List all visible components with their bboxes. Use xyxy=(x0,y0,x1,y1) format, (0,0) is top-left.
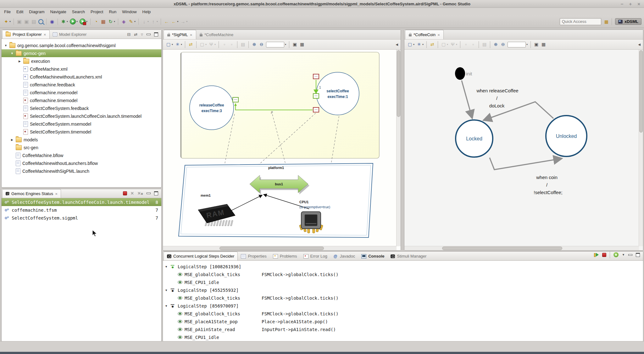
menu-item[interactable]: Run xyxy=(106,8,119,15)
diagram-toolbar-icon[interactable]: ▫ xyxy=(470,41,476,48)
diagram-toolbar-icon[interactable]: ▢ xyxy=(199,41,207,48)
diagram-toolbar-icon[interactable]: ▢ xyxy=(440,41,449,48)
diagram-toolbar-icon[interactable] xyxy=(490,41,490,48)
tree-item[interactable]: CoffeeMachine.bflow xyxy=(2,151,161,159)
step-row[interactable]: LogicalStep [455255932] xyxy=(163,286,643,294)
step-row[interactable]: MSE_pA1inState_read InputPort->pA1inStat… xyxy=(163,325,643,333)
resume-step-icon[interactable] xyxy=(594,253,599,257)
coffeecoin-canvas[interactable]: init when releaseCoffee / doLock Loc xyxy=(404,50,643,250)
collapse-palette-icon[interactable]: ◀ xyxy=(396,43,399,46)
diagram-toolbar-icon[interactable] xyxy=(426,41,427,48)
tree-item[interactable]: SelectCoffeeSystem.timemodel xyxy=(2,128,161,136)
view-menu-icon[interactable]: ▽ xyxy=(141,33,143,36)
horizontal-scrollbar[interactable] xyxy=(404,246,639,250)
tree-item[interactable]: models xyxy=(2,136,161,144)
view-tab[interactable]: Javadoc xyxy=(330,252,358,260)
link-with-editor-icon[interactable]: ⇄ xyxy=(134,33,137,36)
maximize-view-icon[interactable] xyxy=(636,253,640,257)
diagram-toolbar-icon[interactable]: ▣ xyxy=(533,41,540,48)
tree-item[interactable]: SelectCoffeeSystem.feedback xyxy=(2,104,161,112)
scrollbar-thumb[interactable] xyxy=(442,247,562,250)
dispose-all-engines-icon[interactable]: ✕⚙ xyxy=(137,191,143,196)
tree-item[interactable]: SelectCoffeeSystem.launchCoffeeCoin.laun… xyxy=(2,112,161,120)
diagram-toolbar-icon[interactable]: ⇄ xyxy=(429,41,436,48)
expand-arrow-icon[interactable] xyxy=(18,60,21,63)
toolbar-icon[interactable]: → xyxy=(180,18,188,25)
expand-arrow-icon[interactable] xyxy=(4,44,8,47)
tab-gemoc-engines-status[interactable]: Gemoc Engines Status xyxy=(2,189,61,198)
step-row[interactable]: LogicalStep [856970097] xyxy=(163,302,643,310)
toolbar-icon[interactable] xyxy=(46,19,47,25)
menu-item[interactable]: Project xyxy=(88,8,106,15)
diagram-toolbar-icon[interactable] xyxy=(185,41,185,48)
expand-arrow-icon[interactable] xyxy=(10,52,14,55)
tree-item[interactable]: coffemachine.timemodel xyxy=(2,96,161,104)
minimize-view-icon[interactable] xyxy=(147,193,151,194)
diagram-toolbar-icon[interactable]: ⊖ xyxy=(500,41,506,48)
diagram-toolbar-icon[interactable]: ⊕ xyxy=(492,41,499,48)
collapse-all-icon[interactable]: ⊟ xyxy=(127,33,130,36)
platform[interactable]: platform1 bus1 mem1 xyxy=(179,163,373,237)
engine-row[interactable]: coffemachine.tfsm 7 xyxy=(2,206,161,214)
tree-item[interactable]: coffemachine.msemodel xyxy=(2,89,161,96)
stop-engine-icon[interactable] xyxy=(123,191,127,195)
diagram-toolbar-icon[interactable]: ⊖ xyxy=(258,41,265,48)
step-row[interactable]: LogicalStep [1008261936] xyxy=(163,263,643,270)
toolbar-icon[interactable]: ▣ xyxy=(23,18,30,25)
diagram-toolbar-icon[interactable] xyxy=(507,41,528,48)
close-tab-icon[interactable] xyxy=(43,32,46,37)
scrollbar-thumb[interactable] xyxy=(219,247,324,250)
tree-item[interactable]: CoffeeMachine.xml xyxy=(2,65,161,73)
expander-icon[interactable] xyxy=(165,289,169,292)
toolbar-icon[interactable]: ↓ xyxy=(141,18,149,25)
decider-menu-caret-icon[interactable]: ▼ xyxy=(622,253,625,256)
expander-icon[interactable] xyxy=(165,304,169,308)
toolbar-icon[interactable] xyxy=(14,19,14,25)
close-tab-icon[interactable] xyxy=(437,32,440,37)
collapse-palette-icon[interactable]: ◀ xyxy=(638,43,641,46)
diagram-toolbar-icon[interactable]: ▫ xyxy=(463,41,469,48)
toolbar-icon[interactable] xyxy=(138,19,139,25)
diagram-toolbar-icon[interactable]: ▣ xyxy=(291,41,298,48)
dispose-engine-icon[interactable]: ✕ xyxy=(130,191,134,196)
menu-item[interactable]: Navigate xyxy=(47,8,69,15)
toolbar-icon[interactable]: ✦ xyxy=(3,18,11,25)
decider-shield-icon[interactable]: ☻ xyxy=(613,252,619,257)
diagram-toolbar-icon[interactable] xyxy=(460,41,460,48)
toolbar-icon[interactable]: ◔ xyxy=(93,18,99,25)
editor-tab[interactable]: *SigPML xyxy=(164,30,196,39)
diagram-toolbar-icon[interactable]: ⇄ xyxy=(187,41,194,48)
diagram-toolbar-icon[interactable]: ✳ xyxy=(174,41,183,48)
engine-row[interactable]: SelectCoffeeSystem.sigpml 7 xyxy=(2,214,161,222)
menu-item[interactable]: Help xyxy=(140,8,154,15)
menu-item[interactable]: Diagram xyxy=(26,8,47,15)
toolbar-icon[interactable]: ◉ xyxy=(49,18,55,25)
tab-model-explorer[interactable]: Model Explorer xyxy=(50,30,90,39)
minimize-window-icon[interactable]: − xyxy=(621,1,624,7)
toolbar-icon[interactable]: ↑ xyxy=(150,18,158,25)
step-row[interactable]: MSE_globalClock_ticks FSMClock->globalCl… xyxy=(163,270,643,278)
horizontal-scrollbar[interactable] xyxy=(163,246,397,250)
diagram-toolbar-icon[interactable] xyxy=(438,41,438,48)
scrollbar-thumb[interactable] xyxy=(639,50,643,133)
menu-item[interactable]: Window xyxy=(119,8,139,15)
step-row[interactable]: MSE_CPU1_idle xyxy=(163,333,643,341)
diagram-toolbar-icon[interactable] xyxy=(289,41,289,48)
diagram-toolbar-icon[interactable]: ▢ xyxy=(407,41,415,48)
view-tab[interactable]: Error Log xyxy=(300,252,330,260)
step-row[interactable]: MSE_CPU1_idle xyxy=(163,278,643,286)
tree-item[interactable]: src-gen xyxy=(2,144,161,151)
diagram-toolbar-icon[interactable] xyxy=(265,41,287,48)
editor-tab[interactable]: *CoffeeMachine xyxy=(196,30,237,39)
toolbar-icon[interactable] xyxy=(118,19,118,25)
menu-item[interactable]: File xyxy=(1,8,14,15)
close-window-icon[interactable]: × xyxy=(637,1,640,7)
toolbar-icon[interactable] xyxy=(79,18,88,25)
diagram-toolbar-icon[interactable] xyxy=(479,41,479,48)
diagram-toolbar-icon[interactable] xyxy=(219,41,219,48)
tree-item[interactable]: org.gemoc.sample.bcool.coffeemachinewith… xyxy=(2,41,161,49)
toolbar-icon[interactable]: ✱ xyxy=(60,18,69,25)
tree-item[interactable]: SelectCoffeeSystem.msemodel xyxy=(2,120,161,128)
engine-row[interactable]: SelectCoffeeSystem.launchCoffeeCoin.laun… xyxy=(2,198,161,206)
toolbar-icon[interactable]: ▣ xyxy=(16,18,23,25)
